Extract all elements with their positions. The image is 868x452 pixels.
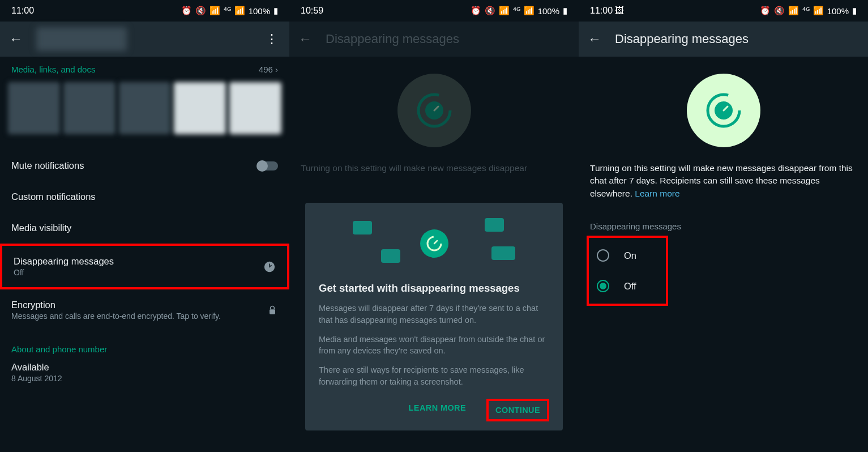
clock: 11:00 [11,6,34,16]
mute-toggle[interactable] [258,161,278,170]
timer-illustration [687,74,760,147]
radio-on-label: On [624,250,636,261]
modal-illustration [319,215,549,272]
learn-more-link[interactable]: Learn more [635,189,679,198]
app-header: ← Disappearing messages [579,22,868,57]
svg-line-6 [434,241,437,244]
encryption-row[interactable]: Encryption Messages and calls are end-to… [0,289,289,331]
back-icon[interactable]: ← [9,31,23,47]
alarm-icon: ⏰ [181,6,192,16]
signal-icon: 📶 [234,6,245,16]
battery-text: 100% [827,6,849,16]
mute-icon: 🔇 [485,6,495,16]
media-links-docs-row[interactable]: Media, links, and docs 496 › [0,57,289,82]
media-thumb[interactable] [119,82,171,134]
custom-notifications-row[interactable]: Custom notifications [0,181,289,212]
wifi-icon: 📶 [788,6,799,16]
contact-name-blurred [36,27,127,51]
timer-illustration [397,74,471,147]
description: Turning on this setting will make new me… [579,162,868,200]
page-title: Disappearing messages [326,32,570,46]
status-bar: 11:00 ⏰ 🔇 📶 ⁴ᴳ 📶 100% ▮ [0,0,289,22]
phone-screen-1: 11:00 ⏰ 🔇 📶 ⁴ᴳ 📶 100% ▮ ← ⋮ Media, links… [0,0,289,452]
status-icons: ⏰ 🔇 📶 ⁴ᴳ 📶 100% ▮ [471,6,567,16]
about-heading: About and phone number [0,336,289,362]
media-thumb[interactable] [63,82,116,134]
media-thumb[interactable] [229,82,281,134]
status-date: 8 August 2012 [11,374,278,383]
battery-icon: ▮ [273,6,278,16]
highlight-radio-group: On Off [587,236,668,306]
status-bar: 10:59 ⏰ 🔇 📶 ⁴ᴳ 📶 100% ▮ [289,0,579,22]
radio-off-row[interactable]: Off [593,271,661,301]
status-icons: ⏰ 🔇 📶 ⁴ᴳ 📶 100% ▮ [181,6,278,16]
disappear-label: Disappearing messages [14,256,114,267]
modal-p2: Media and messages won't disappear from … [319,334,549,357]
disappearing-messages-row[interactable]: Disappearing messages Off [2,246,287,287]
section-heading: Disappearing messages [579,214,868,236]
media-thumb[interactable] [174,82,226,134]
network-icon: ⁴ᴳ [513,6,520,16]
learn-more-button[interactable]: LEARN MORE [403,399,472,421]
radio-off-label: Off [624,281,636,292]
custom-label: Custom notifications [11,191,96,202]
mute-icon: 🔇 [774,6,785,16]
app-header: ← Disappearing messages [289,22,579,57]
mute-label: Mute notifications [11,160,84,171]
page-title: Disappearing messages [615,32,859,46]
battery-icon: ▮ [852,6,857,16]
signal-icon: 📶 [524,6,535,16]
phone-screen-3: 11:00 🖼 ⏰ 🔇 📶 ⁴ᴳ 📶 100% ▮ ← Disappearing… [579,0,868,452]
media-visibility-row[interactable]: Media visibility [0,212,289,244]
continue-button[interactable]: CONTINUE [486,399,549,421]
back-icon[interactable]: ← [588,31,601,47]
alarm-icon: ⏰ [471,6,481,16]
modal-title: Get started with disappearing messages [319,282,549,295]
clock: 10:59 [301,6,323,16]
battery-text: 100% [249,6,270,16]
mute-notifications-row[interactable]: Mute notifications [0,150,289,181]
media-label: Media, links, and docs [11,65,95,74]
wifi-icon: 📶 [209,6,220,16]
timer-icon [705,92,742,129]
timer-icon [416,92,453,129]
status-icons: ⏰ 🔇 📶 ⁴ᴳ 📶 100% ▮ [760,6,857,16]
lock-icon [267,305,278,316]
radio-off[interactable] [597,280,609,292]
signal-icon: 📶 [813,6,824,16]
status-text: Available [11,362,278,373]
status-bar: 11:00 🖼 ⏰ 🔇 📶 ⁴ᴳ 📶 100% ▮ [579,0,868,22]
network-icon: ⁴ᴳ [802,6,810,16]
svg-rect-1 [270,309,275,314]
modal-actions: LEARN MORE CONTINUE [319,395,549,421]
encryption-sub: Messages and calls are end-to-end encryp… [11,312,221,321]
back-icon[interactable]: ← [298,31,312,47]
modal-p1: Messages will disappear after 7 days if … [319,302,549,326]
highlight-disappearing: Disappearing messages Off [0,244,289,289]
battery-text: 100% [538,6,559,16]
disappear-value: Off [14,268,114,277]
encryption-label: Encryption [11,300,221,310]
intro-modal: Get started with disappearing messages M… [305,203,563,430]
media-count: 496 › [259,65,278,74]
more-menu-icon[interactable]: ⋮ [266,32,280,46]
wifi-icon: 📶 [499,6,510,16]
phone-screen-2: 10:59 ⏰ 🔇 📶 ⁴ᴳ 📶 100% ▮ ← Disappearing m… [289,0,579,452]
mute-icon: 🔇 [195,6,206,16]
modal-p3: There are still ways for recipients to s… [319,364,549,387]
media-thumbnails[interactable] [0,82,289,144]
network-icon: ⁴ᴳ [224,6,231,16]
visibility-label: Media visibility [11,223,71,233]
timer-icon [263,261,276,273]
description: Turning on this setting will make new me… [289,162,579,174]
app-header: ← ⋮ [0,22,289,57]
clock: 11:00 🖼 [590,6,625,16]
battery-icon: ▮ [563,6,567,16]
radio-on[interactable] [597,249,609,262]
radio-on-row[interactable]: On [593,240,661,271]
timer-icon [420,229,448,258]
alarm-icon: ⏰ [760,6,771,16]
media-thumb[interactable] [8,82,60,134]
